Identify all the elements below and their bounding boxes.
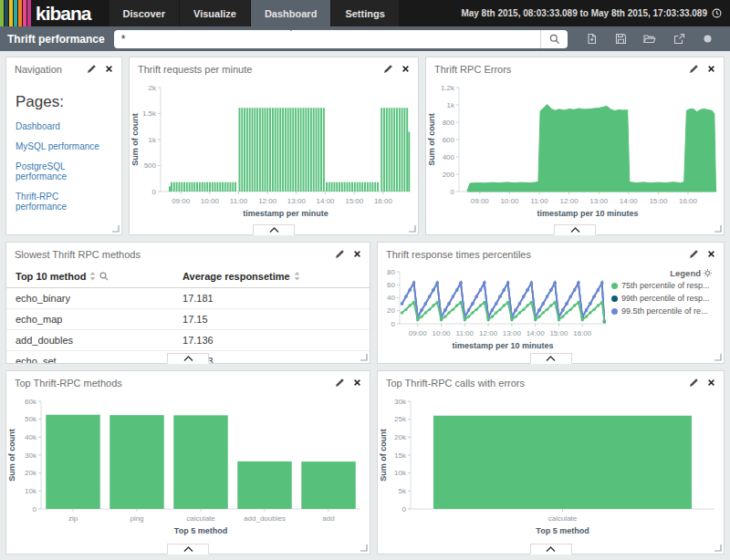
percentiles-chart[interactable]: 02040608009:0010:0011:0012:0013:0014:001… xyxy=(378,265,611,357)
close-panel-button[interactable] xyxy=(353,250,361,258)
nav-tab-visualize[interactable]: Visualize xyxy=(180,0,250,26)
edit-panel-button[interactable] xyxy=(383,64,393,74)
kibana-logo-text: kibana xyxy=(36,3,91,25)
collapse-panel-button[interactable] xyxy=(167,353,209,364)
kibana-logo-stripes-icon xyxy=(0,0,32,26)
resize-corner-icon xyxy=(714,354,722,361)
page-link-postgresql-performance[interactable]: PostgreSQL performance xyxy=(16,161,112,181)
svg-text:Top 5 method: Top 5 method xyxy=(536,526,589,535)
close-panel-button[interactable] xyxy=(707,250,715,258)
svg-text:0: 0 xyxy=(33,505,37,513)
svg-text:80: 80 xyxy=(387,268,395,276)
panel-header: Thrift RPC Errors xyxy=(426,57,724,80)
top-methods-chart[interactable]: 010k20k30k40k50k60kzippingcalculateadd_d… xyxy=(6,394,370,551)
time-picker[interactable]: May 8th 2015, 08:03:33.089 to May 8th 20… xyxy=(461,8,730,18)
nav-tab-settings[interactable]: Settings xyxy=(331,0,398,26)
chevron-up-icon xyxy=(546,356,556,362)
search-button[interactable] xyxy=(540,30,568,48)
top-navbar: kibana Discover Visualize Dashboard Sett… xyxy=(0,0,730,26)
svg-text:0: 0 xyxy=(451,188,455,196)
edit-panel-button[interactable] xyxy=(689,249,699,259)
legend-item[interactable]: 99.5th percentile of re... xyxy=(611,306,712,316)
panel-title: Navigation xyxy=(15,64,78,75)
new-dashboard-button[interactable] xyxy=(584,31,600,47)
resize-handle[interactable] xyxy=(714,354,722,361)
brand-stripe xyxy=(9,0,13,26)
panel-percentiles: Thrift response times percentiles 020406… xyxy=(377,242,725,364)
svg-text:12:00: 12:00 xyxy=(479,329,498,337)
time-range-text: May 8th 2015, 08:03:33.089 to May 8th 20… xyxy=(461,8,707,18)
slowest-methods-table: Top 10 method Average responsetime xyxy=(6,265,370,363)
edit-panel-button[interactable] xyxy=(87,64,97,74)
new-dashboard-icon xyxy=(586,33,598,45)
legend-item[interactable]: 75th percentile of resp... xyxy=(611,281,712,290)
resize-handle[interactable] xyxy=(112,225,120,233)
collapse-panel-button[interactable] xyxy=(530,544,572,555)
panel-top-methods: Top Thrift-RPC methods 010k20k30k40k50k6… xyxy=(5,370,370,555)
save-dashboard-button[interactable] xyxy=(613,31,629,47)
svg-text:timestamp per minute: timestamp per minute xyxy=(243,209,328,218)
column-header-responsetime[interactable]: Average responsetime xyxy=(173,265,370,288)
svg-text:30k: 30k xyxy=(394,398,407,406)
svg-text:10:00: 10:00 xyxy=(500,197,519,205)
close-icon xyxy=(402,65,410,73)
legend-item[interactable]: 99th percentile of resp... xyxy=(611,294,712,303)
resize-corner-icon xyxy=(714,544,722,552)
table-row: add_doubles17.136 xyxy=(6,330,370,351)
collapse-panel-button[interactable] xyxy=(167,544,209,555)
collapse-panel-button[interactable] xyxy=(554,224,596,235)
column-header-method[interactable]: Top 10 method xyxy=(6,265,173,288)
page-link-mysql-performance[interactable]: MySQL performance xyxy=(16,141,112,151)
svg-text:20k: 20k xyxy=(25,469,37,477)
svg-text:timestamp per 10 minutes: timestamp per 10 minutes xyxy=(537,209,638,218)
options-button[interactable] xyxy=(700,31,715,47)
chevron-up-icon xyxy=(546,546,556,553)
close-panel-button[interactable] xyxy=(707,65,715,73)
resize-handle[interactable] xyxy=(360,544,368,552)
svg-text:11:00: 11:00 xyxy=(530,197,548,205)
brand-stripe xyxy=(14,0,17,26)
close-icon xyxy=(707,250,715,258)
legend-toggle[interactable]: Legend xyxy=(611,268,712,278)
errors-by-method-chart[interactable]: 05k10k15k20k25k30kcalculateTop 5 methodS… xyxy=(378,394,724,551)
collapse-panel-button[interactable] xyxy=(530,353,572,364)
share-dashboard-button[interactable] xyxy=(672,31,687,47)
query-input[interactable] xyxy=(114,30,540,48)
nav-tab-discover[interactable]: Discover xyxy=(110,0,179,26)
svg-text:zip: zip xyxy=(68,514,78,523)
resize-handle[interactable] xyxy=(714,544,722,552)
resize-handle[interactable] xyxy=(360,354,368,361)
kibana-logo[interactable]: kibana xyxy=(0,0,110,26)
method-cell: echo_binary xyxy=(6,288,173,309)
requests-per-minute-chart[interactable]: 05001k1.5k2k09:0010:0011:0012:0013:0014:… xyxy=(130,80,418,232)
svg-text:Sum of count: Sum of count xyxy=(7,429,16,482)
edit-panel-button[interactable] xyxy=(689,378,699,388)
dashboard-title: Thrift performance xyxy=(7,33,105,46)
edit-panel-button[interactable] xyxy=(335,249,345,259)
svg-text:12:00: 12:00 xyxy=(258,197,277,205)
resize-handle[interactable] xyxy=(714,225,722,233)
sort-icon xyxy=(294,272,300,281)
svg-text:60k: 60k xyxy=(25,398,37,406)
rpc-errors-chart[interactable]: 02004006008001k1.2k09:0010:0011:0012:001… xyxy=(426,80,724,232)
page-link-thrift-rpc-performance[interactable]: Thrift-RPC performance xyxy=(16,192,112,212)
svg-text:Sum of count: Sum of count xyxy=(130,113,140,166)
close-panel-button[interactable] xyxy=(353,379,361,387)
collapse-panel-button[interactable] xyxy=(253,224,295,235)
edit-panel-button[interactable] xyxy=(689,64,699,74)
page-link-dashboard[interactable]: Dashboard xyxy=(16,121,112,131)
close-panel-button[interactable] xyxy=(105,65,113,73)
svg-text:add: add xyxy=(322,514,334,523)
close-panel-button[interactable] xyxy=(402,65,410,73)
legend-dot-icon xyxy=(611,283,618,289)
nav-tab-dashboard[interactable]: Dashboard xyxy=(251,0,330,26)
resize-handle[interactable] xyxy=(409,225,416,233)
resize-corner-icon xyxy=(714,225,722,233)
load-dashboard-button[interactable] xyxy=(641,31,658,47)
close-panel-button[interactable] xyxy=(707,379,715,387)
svg-text:1.2k: 1.2k xyxy=(441,84,455,92)
edit-panel-button[interactable] xyxy=(335,378,345,388)
table-row: echo_map17.15 xyxy=(6,309,370,330)
panel-header: Top Thrift-RPC calls with errors xyxy=(378,371,724,394)
panel-title: Slowest Thrift RPC methods xyxy=(15,249,327,260)
